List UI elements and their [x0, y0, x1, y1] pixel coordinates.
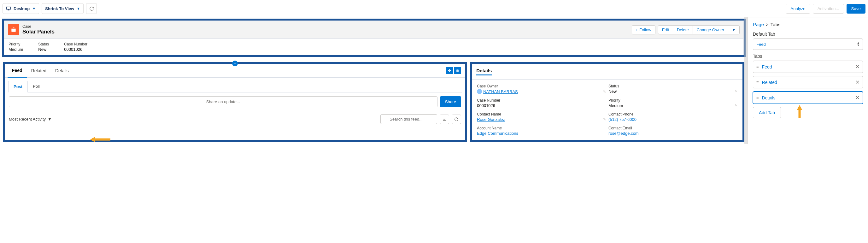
feed-sort[interactable]: Most Recent Activity ▼: [9, 117, 52, 121]
tab-related[interactable]: Related: [27, 64, 51, 77]
field-label: Priority: [8, 42, 23, 47]
follow-button[interactable]: +Follow: [632, 25, 655, 34]
device-label: Desktop: [13, 6, 30, 11]
breadcrumb: Page > Tabs: [753, 22, 863, 27]
plus-icon: +: [636, 27, 639, 32]
tab-row-details[interactable]: ≡ Details ✕: [753, 92, 863, 104]
chevron-down-icon: ▼: [48, 117, 52, 121]
default-tab-label: Default Tab: [753, 32, 863, 37]
avatar-icon: [477, 89, 482, 94]
field-label: Priority: [609, 98, 737, 102]
save-button[interactable]: Save: [846, 4, 866, 13]
feed-filter-button[interactable]: [440, 115, 449, 124]
field-value: Medium: [8, 47, 23, 52]
field-label: Case Number: [64, 42, 87, 47]
contact-name-link[interactable]: Rose Gonzalez: [477, 117, 505, 122]
field-label: Contact Name: [477, 112, 606, 117]
edit-icon[interactable]: ✎: [603, 117, 606, 121]
poll-tab[interactable]: Poll: [28, 81, 45, 92]
activation-button[interactable]: Activation...: [813, 4, 844, 13]
svg-rect-0: [6, 7, 10, 9]
tabs-list-label: Tabs: [753, 54, 863, 59]
refresh-icon: [454, 117, 459, 121]
sort-icon: ▲▼: [857, 42, 860, 47]
search-feed-input[interactable]: [380, 114, 437, 124]
scrollbar[interactable]: [744, 18, 747, 144]
share-button[interactable]: Share: [440, 96, 461, 107]
move-component-icon[interactable]: ✥: [446, 67, 453, 74]
field-value: New: [609, 89, 617, 94]
record-title: Solar Panels: [22, 29, 55, 35]
filter-icon: [442, 117, 446, 121]
field-label: Status: [38, 42, 49, 47]
tabs-component[interactable]: + Feed Related Details ✥ 🗑 Post Poll: [3, 62, 467, 142]
zoom-select[interactable]: Shrink To View ▼: [42, 3, 84, 14]
field-label: Case Owner: [477, 84, 606, 88]
details-component[interactable]: Details Case OwnerNATHAN BARRAS✎ StatusN…: [470, 62, 744, 142]
tab-row-feed[interactable]: ≡ Feed ✕: [753, 61, 863, 73]
grip-icon[interactable]: ≡: [756, 80, 759, 85]
edit-button[interactable]: Edit: [658, 25, 673, 34]
remove-tab-icon[interactable]: ✕: [856, 64, 860, 70]
field-label: Contact Phone: [609, 112, 737, 117]
field-label: Case Number: [477, 98, 606, 102]
account-name-link[interactable]: Edge Communications: [477, 131, 518, 136]
field-value: 00001026: [477, 103, 495, 108]
annotation-arrow: [90, 136, 111, 144]
more-actions-button[interactable]: ▼: [728, 25, 740, 34]
tab-details[interactable]: Details: [51, 64, 73, 77]
contact-email-link[interactable]: rose@edge.com: [609, 131, 639, 136]
annotation-arrow: [796, 104, 804, 119]
add-tab-button[interactable]: Add Tab: [753, 107, 781, 118]
refresh-button[interactable]: [86, 3, 97, 14]
tab-row-related[interactable]: ≡ Related ✕: [753, 76, 863, 88]
feed-refresh-button[interactable]: [452, 115, 461, 124]
field-value: New: [38, 47, 49, 52]
breadcrumb-page[interactable]: Page: [753, 22, 764, 27]
chevron-down-icon: ▼: [732, 28, 736, 32]
property-panel: Page > Tabs Default Tab Feed ▲▼ Tabs ≡ F…: [747, 18, 868, 144]
share-input[interactable]: Share an update...: [9, 96, 437, 107]
analyze-button[interactable]: Analyze: [786, 4, 810, 13]
details-title: Details: [476, 68, 492, 75]
field-value: 00001026: [64, 47, 87, 52]
delete-component-icon[interactable]: 🗑: [454, 67, 461, 74]
field-label: Account Name: [477, 126, 606, 130]
remove-tab-icon[interactable]: ✕: [856, 79, 860, 85]
refresh-icon: [89, 6, 94, 11]
chevron-down-icon: ▼: [76, 7, 80, 10]
field-value: Medium: [609, 103, 623, 108]
edit-icon[interactable]: ✎: [735, 89, 737, 93]
delete-button[interactable]: Delete: [673, 25, 693, 34]
grip-icon[interactable]: ≡: [756, 64, 759, 69]
field-label: Contact Email: [609, 126, 737, 130]
case-owner-link[interactable]: NATHAN BARRAS: [483, 89, 518, 94]
edit-icon[interactable]: ✎: [735, 103, 737, 108]
case-icon: [8, 24, 19, 35]
device-select[interactable]: Desktop ▼: [2, 3, 39, 14]
breadcrumb-separator: >: [766, 22, 769, 27]
default-tab-select[interactable]: Feed ▲▼: [753, 38, 863, 50]
highlights-panel: Priority Medium Status New Case Number 0…: [4, 39, 744, 55]
desktop-icon: [6, 6, 11, 11]
contact-phone-link[interactable]: (512) 757-6000: [609, 117, 637, 122]
zoom-label: Shrink To View: [45, 6, 74, 11]
tab-feed[interactable]: Feed: [7, 64, 27, 78]
record-type: Case: [22, 24, 55, 29]
edit-icon[interactable]: ✎: [603, 90, 606, 94]
remove-tab-icon[interactable]: ✕: [856, 95, 860, 101]
breadcrumb-current: Tabs: [771, 22, 781, 27]
field-label: Status: [609, 84, 737, 88]
change-owner-button[interactable]: Change Owner: [693, 25, 728, 34]
post-tab[interactable]: Post: [8, 81, 28, 92]
chevron-down-icon: ▼: [32, 7, 36, 10]
record-header: Case Solar Panels +Follow Edit Delete Ch…: [4, 21, 744, 39]
grip-icon[interactable]: ≡: [756, 95, 759, 100]
